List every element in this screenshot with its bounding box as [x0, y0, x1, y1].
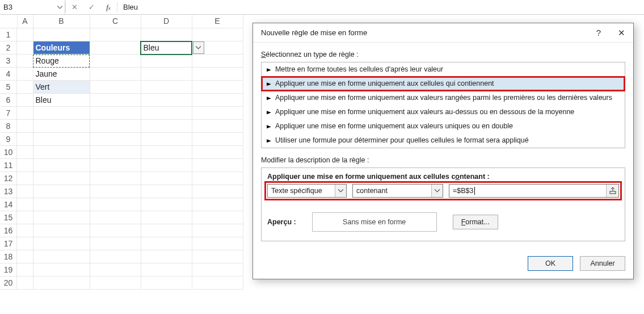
- select-all-corner[interactable]: [0, 15, 17, 28]
- svg-rect-0: [610, 191, 616, 194]
- dialog-title: Nouvelle règle de mise en forme: [261, 28, 367, 37]
- row-header[interactable]: 15: [0, 211, 17, 224]
- format-button[interactable]: Format...: [453, 215, 498, 229]
- rule-type-item[interactable]: ►Appliquer une mise en forme uniquement …: [262, 105, 625, 119]
- row-header[interactable]: 10: [0, 146, 17, 159]
- cell-validation[interactable]: Bleu: [141, 41, 192, 55]
- row-header[interactable]: 19: [0, 263, 17, 277]
- rule-type-item[interactable]: ►Utiliser une formule pour déterminer po…: [262, 133, 625, 148]
- input-value: =$B$3: [453, 187, 475, 195]
- criteria-row: Texte spécifique contenant =$B$3: [267, 184, 619, 198]
- row-header[interactable]: 3: [0, 55, 17, 68]
- row-header[interactable]: 7: [0, 107, 17, 120]
- dialog-titlebar[interactable]: Nouvelle règle de mise en forme ? ✕: [253, 23, 633, 43]
- row-header[interactable]: 8: [0, 120, 17, 133]
- row-header[interactable]: 13: [0, 185, 17, 198]
- col-header[interactable]: B: [33, 15, 90, 28]
- criteria-value-input[interactable]: =$B$3: [449, 184, 619, 198]
- chevron-down-icon[interactable]: [431, 185, 443, 197]
- grid[interactable]: A B C D E 1 2 Couleurs Bleu 3 Rouge 4: [0, 15, 243, 290]
- ok-button[interactable]: OK: [528, 256, 573, 271]
- row-header[interactable]: 14: [0, 198, 17, 211]
- rule-type-list[interactable]: ►Mettre en forme toutes les cellules d'a…: [261, 62, 625, 148]
- cell[interactable]: Vert: [33, 81, 90, 94]
- col-header[interactable]: A: [17, 15, 33, 28]
- row-header[interactable]: 9: [0, 133, 17, 146]
- row-header[interactable]: 20: [0, 277, 17, 290]
- formula-text: Bleu: [123, 3, 138, 11]
- cell[interactable]: Bleu: [33, 94, 90, 107]
- rule-type-item[interactable]: ►Appliquer une mise en forme uniquement …: [262, 77, 625, 91]
- formula-input[interactable]: Bleu: [117, 0, 644, 14]
- confirm-edit-icon[interactable]: ✓: [83, 0, 100, 14]
- criteria-operator-combo[interactable]: contenant: [352, 184, 443, 198]
- combo-value: contenant: [356, 187, 388, 195]
- cell[interactable]: Couleurs: [33, 41, 90, 55]
- col-header[interactable]: E: [192, 15, 243, 28]
- row-header[interactable]: 2: [0, 41, 17, 55]
- row-header[interactable]: 12: [0, 172, 17, 185]
- close-icon[interactable]: ✕: [614, 28, 629, 38]
- row-header[interactable]: 1: [0, 28, 17, 41]
- chevron-down-icon[interactable]: [335, 185, 346, 197]
- rule-type-item[interactable]: ►Mettre en forme toutes les cellules d'a…: [262, 62, 625, 77]
- criteria-type-combo[interactable]: Texte spécifique: [267, 184, 347, 198]
- row-header[interactable]: 5: [0, 81, 17, 94]
- collapse-dialog-icon[interactable]: [606, 185, 618, 197]
- name-box[interactable]: B3: [0, 0, 65, 14]
- rule-description-box: Appliquer une mise en forme uniquement a…: [261, 168, 625, 241]
- name-box-dropdown-icon[interactable]: [54, 0, 65, 14]
- cell-value: Bleu: [144, 43, 159, 52]
- row-header[interactable]: 4: [0, 68, 17, 81]
- name-box-value: B3: [3, 3, 12, 11]
- cell[interactable]: Rouge: [33, 55, 90, 68]
- rule-type-item[interactable]: ►Appliquer une mise en forme uniquement …: [262, 119, 625, 133]
- preview-label: Aperçu :: [267, 218, 296, 226]
- row-header[interactable]: 11: [0, 159, 17, 172]
- fx-icon[interactable]: fx: [100, 0, 117, 14]
- row-header[interactable]: 6: [0, 94, 17, 107]
- format-cells-containing-label: Appliquer une mise en forme uniquement a…: [267, 173, 619, 181]
- select-rule-type-label: Sélectionnez un type de règle :: [261, 51, 625, 58]
- dropdown-icon[interactable]: [193, 41, 204, 54]
- cell[interactable]: Jaune: [33, 68, 90, 81]
- col-header[interactable]: D: [141, 15, 192, 28]
- row-header[interactable]: 18: [0, 250, 17, 263]
- formula-bar: B3 ✕ ✓ fx Bleu: [0, 0, 644, 15]
- combo-value: Texte spécifique: [271, 187, 322, 195]
- rule-type-item[interactable]: ►Appliquer une mise en forme uniquement …: [262, 91, 625, 105]
- preview-box: Sans mise en forme: [312, 212, 437, 232]
- cancel-button[interactable]: Annuler: [580, 256, 625, 271]
- preview-text: Sans mise en forme: [343, 218, 406, 226]
- help-icon[interactable]: ?: [591, 28, 606, 37]
- new-formatting-rule-dialog: Nouvelle règle de mise en forme ? ✕ Séle…: [252, 23, 634, 279]
- row-header[interactable]: 17: [0, 237, 17, 250]
- edit-rule-description-label: Modifier la description de la règle :: [261, 156, 625, 164]
- row-header[interactable]: 16: [0, 224, 17, 237]
- col-header[interactable]: C: [90, 15, 141, 28]
- cancel-edit-icon[interactable]: ✕: [66, 0, 83, 14]
